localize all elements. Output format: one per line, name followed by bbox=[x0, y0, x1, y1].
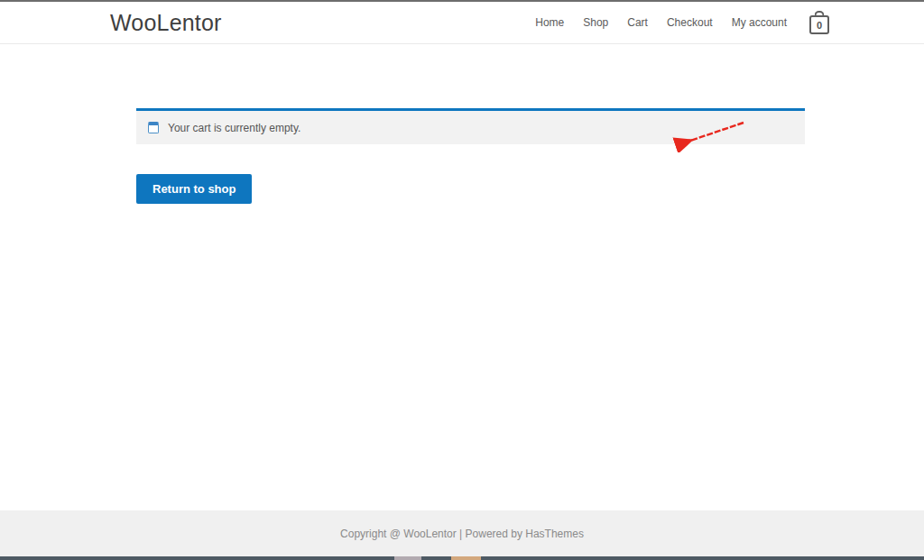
nav-item-home[interactable]: Home bbox=[535, 16, 564, 29]
empty-cart-notice: Your cart is currently empty. bbox=[136, 108, 805, 144]
return-to-shop-button[interactable]: Return to shop bbox=[136, 174, 252, 204]
nav-item-cart[interactable]: Cart bbox=[627, 16, 648, 29]
bottom-edge-segment-2 bbox=[451, 556, 481, 560]
nav-item-checkout[interactable]: Checkout bbox=[667, 16, 713, 29]
nav-item-my-account[interactable]: My account bbox=[732, 16, 787, 29]
empty-cart-message: Your cart is currently empty. bbox=[168, 122, 300, 134]
cart-count-badge: 0 bbox=[817, 20, 822, 31]
site-header: WooLentor Home Shop Cart Checkout My acc… bbox=[0, 2, 924, 44]
cart-bag-icon[interactable]: 0 bbox=[808, 11, 830, 34]
window-icon bbox=[148, 122, 159, 133]
copyright-text: Copyright @ WooLentor | Powered by HasTh… bbox=[340, 528, 584, 540]
content-container: Your cart is currently empty. Return to … bbox=[136, 108, 805, 204]
window-bottom-edge bbox=[0, 556, 924, 560]
bottom-edge-segment-1 bbox=[394, 556, 421, 560]
site-footer: Copyright @ WooLentor | Powered by HasTh… bbox=[0, 510, 924, 556]
nav-item-shop[interactable]: Shop bbox=[583, 16, 608, 29]
header-right: Home Shop Cart Checkout My account 0 bbox=[535, 11, 830, 34]
page-main: Your cart is currently empty. Return to … bbox=[0, 44, 924, 510]
main-nav: Home Shop Cart Checkout My account bbox=[535, 16, 787, 29]
site-logo[interactable]: WooLentor bbox=[110, 10, 222, 36]
bag-body-icon: 0 bbox=[809, 15, 829, 34]
